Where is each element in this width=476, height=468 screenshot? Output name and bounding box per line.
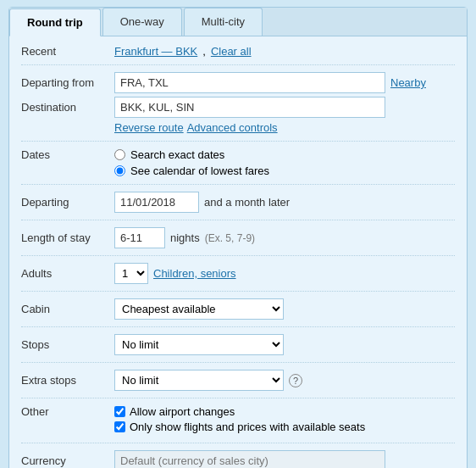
airport-changes-checkbox[interactable] <box>114 406 125 417</box>
tab-multi-city[interactable]: Multi-city <box>184 8 263 36</box>
available-seats-checkbox[interactable] <box>114 421 125 432</box>
length-of-stay-input-col: nights (Ex. 5, 7-9) <box>114 227 455 248</box>
departing-row: Departing from Nearby <box>21 72 455 93</box>
currency-row: Currency <box>21 450 455 468</box>
tab-one-way[interactable]: One-way <box>102 8 182 36</box>
currency-input-col <box>114 450 455 468</box>
destination-row: Destination <box>21 97 455 118</box>
stops-label: Stops <box>21 338 114 351</box>
cabin-select[interactable]: Cheapest available Economy Premium econo… <box>114 298 284 320</box>
available-seats-item: Only show flights and prices with availa… <box>114 421 365 433</box>
stops-row: Stops No limit Direct only Max 1 stop Ma… <box>21 334 455 363</box>
other-label: Other <box>21 405 114 418</box>
dates-radio-group: Search exact dates See calendar of lowes… <box>114 148 269 177</box>
tab-round-trip[interactable]: Round trip <box>9 8 101 36</box>
dates-option1-label: Search exact dates <box>130 148 224 161</box>
cabin-input-col: Cheapest available Economy Premium econo… <box>114 298 455 320</box>
dates-label: Dates <box>21 148 114 161</box>
departing-from-input[interactable] <box>114 72 385 93</box>
cabin-label: Cabin <box>21 303 114 315</box>
clear-all-link[interactable]: Clear all <box>211 45 252 58</box>
adults-label: Adults <box>21 267 114 280</box>
adults-row: Adults 1 2 3 4 5 Children, seniors <box>21 263 455 292</box>
recent-links: Frankfurt — BKK, Clear all <box>114 45 455 58</box>
recent-label: Recent <box>21 45 114 58</box>
length-of-stay-label: Length of stay <box>21 231 114 244</box>
dates-option1[interactable]: Search exact dates <box>114 148 269 161</box>
departing-date-input-col: and a month later <box>114 192 455 213</box>
advanced-controls-link[interactable]: Advanced controls <box>187 121 278 134</box>
other-row: Other Allow airport changes Only show fl… <box>21 405 455 436</box>
extra-stops-help-icon[interactable]: ? <box>289 374 302 387</box>
dates-radio-1[interactable] <box>114 149 125 160</box>
extra-stops-label: Extra stops <box>21 374 114 387</box>
reverse-route-link[interactable]: Reverse route <box>114 121 184 134</box>
departing-date-input[interactable] <box>114 192 199 213</box>
currency-label: Currency <box>21 454 114 467</box>
recent-link[interactable]: Frankfurt — BKK <box>114 45 197 58</box>
dates-radio-2[interactable] <box>114 165 125 176</box>
destination-links: Reverse route Advanced controls <box>114 121 455 134</box>
and-a-month-text: and a month later <box>204 196 290 209</box>
extra-stops-select[interactable]: No limit None Max 1 Max 2 <box>114 370 284 391</box>
dates-label-row: Dates Search exact dates See calendar of… <box>21 148 455 177</box>
currency-input[interactable] <box>114 450 385 468</box>
dates-option2-label: See calendar of lowest fares <box>130 164 269 177</box>
extra-stops-input-col: No limit None Max 1 Max 2 ? <box>114 370 455 391</box>
children-seniors-link[interactable]: Children, seniors <box>153 267 236 280</box>
departing-section: Departing from Nearby Destination Revers… <box>21 72 455 142</box>
length-of-stay-row: Length of stay nights (Ex. 5, 7-9) <box>21 227 455 256</box>
example-text: (Ex. 5, 7-9) <box>205 232 255 244</box>
destination-input-col <box>114 97 455 118</box>
departing-date-row: Departing and a month later <box>21 192 455 220</box>
departing-from-label: Departing from <box>21 76 114 89</box>
cabin-row: Cabin Cheapest available Economy Premium… <box>21 298 455 327</box>
extra-stops-row: Extra stops No limit None Max 1 Max 2 ? <box>21 370 455 398</box>
other-checkboxes: Allow airport changes Only show flights … <box>114 405 365 436</box>
stops-input-col: No limit Direct only Max 1 stop Max 2 st… <box>114 334 455 355</box>
available-seats-label: Only show flights and prices with availa… <box>130 421 365 433</box>
airport-changes-label: Allow airport changes <box>130 405 235 418</box>
tab-bar: Round trip One-way Multi-city <box>9 8 467 36</box>
dates-option2[interactable]: See calendar of lowest fares <box>114 164 269 177</box>
length-of-stay-input[interactable] <box>114 227 165 248</box>
adults-select[interactable]: 1 2 3 4 5 <box>114 263 148 284</box>
main-container: Round trip One-way Multi-city Recent Fra… <box>8 7 468 468</box>
recent-row: Recent Frankfurt — BKK, Clear all <box>21 45 455 65</box>
departing-from-input-col: Nearby <box>114 72 455 93</box>
dates-section: Dates Search exact dates See calendar of… <box>21 148 455 185</box>
destination-label: Destination <box>21 101 114 114</box>
airport-changes-item: Allow airport changes <box>114 405 365 418</box>
adults-input-col: 1 2 3 4 5 Children, seniors <box>114 263 455 284</box>
stops-select[interactable]: No limit Direct only Max 1 stop Max 2 st… <box>114 334 284 355</box>
other-section: Other Allow airport changes Only show fl… <box>21 405 455 443</box>
departing-date-label: Departing <box>21 196 114 209</box>
nights-label: nights <box>170 231 200 244</box>
form-area: Recent Frankfurt — BKK, Clear all Depart… <box>9 36 467 468</box>
destination-input[interactable] <box>114 97 385 118</box>
nearby-link[interactable]: Nearby <box>390 76 426 89</box>
